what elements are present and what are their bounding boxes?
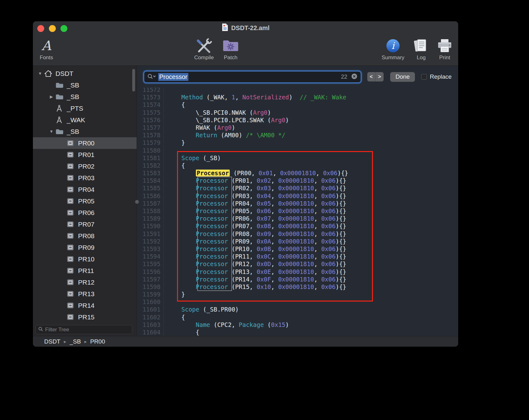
code-line[interactable]: 11596 Processor (PR13, 0x0E, 0x00001810,…	[137, 268, 458, 276]
disclosure-triangle[interactable]: ▼	[36, 71, 44, 76]
line-number: 11599	[137, 291, 164, 298]
clear-search-icon[interactable]	[351, 73, 358, 81]
sidebar-item-pr13[interactable]: PR13	[33, 288, 137, 300]
line-number: 11593	[137, 245, 164, 253]
code-line[interactable]: 11587 Processor (PR04, 0x05, 0x00001810,…	[137, 200, 458, 207]
line-number: 11573	[137, 93, 164, 101]
code-line[interactable]: 11591 Processor (PR08, 0x09, 0x00001810,…	[137, 230, 458, 238]
breadcrumb-item-dsdt[interactable]: DSDT	[44, 338, 60, 345]
sidebar-item-label: _SB	[67, 81, 79, 89]
code-line[interactable]: 11597 Processor (PR14, 0x0F, 0x00001810,…	[137, 276, 458, 283]
code-line[interactable]: 11601 Scope (_SB.PR00)	[137, 306, 458, 313]
sidebar-item-pr11[interactable]: PR11	[33, 265, 137, 276]
sidebar-item-label: _SB	[67, 128, 79, 135]
code-line[interactable]: 11575 \_SB.PCI0.NWAK (Arg0)	[137, 109, 458, 116]
code-line[interactable]: 11598 Processor (PR15, 0x10, 0x00001810,…	[137, 283, 458, 291]
line-number: 11590	[137, 222, 164, 230]
sidebar-item-pr05[interactable]: PR05	[33, 195, 137, 207]
code-line[interactable]: 11584 Processor (PR01, 0x02, 0x00001810,…	[137, 177, 458, 184]
sidebar-item-pr02[interactable]: PR02	[33, 160, 137, 172]
sidebar-item-pr08[interactable]: PR08	[33, 230, 137, 242]
search-input[interactable]: Processor	[158, 73, 188, 81]
sidebar-item-pr15[interactable]: PR15	[33, 311, 137, 323]
code-line[interactable]: 11589 Processor (PR06, 0x07, 0x00001810,…	[137, 215, 458, 222]
filter-search-icon	[38, 327, 43, 333]
line-number: 11602	[137, 313, 164, 321]
code-line[interactable]: 11593 Processor (PR10, 0x0B, 0x00001810,…	[137, 245, 458, 253]
minimize-window-button[interactable]	[49, 25, 56, 32]
sidebar-item-pts[interactable]: _PTS	[33, 102, 137, 114]
filter-tree-input[interactable]	[45, 327, 129, 333]
sidebar-item-label: PR01	[78, 151, 95, 159]
code-line[interactable]: 11582 {	[137, 162, 458, 169]
sidebar-item-pr06[interactable]: PR06	[33, 207, 137, 218]
done-button[interactable]: Done	[390, 72, 415, 82]
code-line[interactable]: 11585 Processor (PR02, 0x03, 0x00001810,…	[137, 184, 458, 192]
sidebar-item-pr10[interactable]: PR10	[33, 253, 137, 265]
sidebar-item-sb[interactable]: _SB	[33, 79, 137, 91]
code-line[interactable]: 11586 Processor (PR03, 0x04, 0x00001810,…	[137, 192, 458, 200]
fonts-button[interactable]: A Fonts	[33, 37, 61, 61]
sidebar-tree: ▼DSDT_SB▶_SB_PTS_WAK▼_SBPR00PR01PR02PR03…	[33, 66, 137, 323]
replace-checkbox[interactable]	[421, 74, 427, 80]
sidebar-item-sb[interactable]: ▼_SB	[33, 126, 137, 137]
code-line[interactable]: 11572	[137, 88, 458, 93]
code-line[interactable]: 11600	[137, 298, 458, 306]
find-next-button[interactable]: >	[375, 72, 384, 81]
sidebar-item-pr01[interactable]: PR01	[33, 149, 137, 160]
code-line[interactable]: 11577 RWAK (Arg0)	[137, 124, 458, 131]
sidebar-scrollbar[interactable]	[132, 69, 135, 92]
filter-tree-field[interactable]	[35, 325, 132, 334]
patch-button[interactable]: Patch	[216, 37, 246, 61]
disclosure-triangle[interactable]: ▶	[47, 94, 55, 99]
breadcrumb-item-pr00[interactable]: PR00	[90, 338, 105, 345]
zoom-window-button[interactable]	[60, 25, 67, 32]
compile-button[interactable]: Compile	[189, 37, 219, 61]
sidebar-item-pr09[interactable]: PR09	[33, 242, 137, 253]
print-button[interactable]: Print	[430, 37, 458, 61]
code-line[interactable]: 11578 Return (AM00) /* \AM00 */	[137, 131, 458, 139]
sidebar-item-pr14[interactable]: PR14	[33, 300, 137, 311]
code-line[interactable]: 11583 Processor (PR00, 0x01, 0x00001810,…	[137, 169, 458, 177]
code-line[interactable]: 11588 Processor (PR05, 0x06, 0x00001810,…	[137, 207, 458, 215]
code-line[interactable]: 11595 Processor (PR12, 0x0D, 0x00001810,…	[137, 260, 458, 268]
sidebar-item-pr12[interactable]: PR12	[33, 276, 137, 288]
sidebar-item-wak[interactable]: _WAK	[33, 114, 137, 126]
code-line[interactable]: 11573 Method (_WAK, 1, NotSerialized) //…	[137, 93, 458, 101]
sidebar-item-sb[interactable]: ▶_SB	[33, 91, 137, 102]
splitter-handle[interactable]	[135, 200, 139, 204]
search-field[interactable]: Processor 22	[144, 71, 361, 83]
sidebar-item-pr03[interactable]: PR03	[33, 172, 137, 184]
sidebar-item-dsdt[interactable]: ▼DSDT	[33, 68, 137, 79]
summary-button[interactable]: i Summary	[378, 37, 408, 61]
code-line[interactable]: 11576 \_SB.PCI0.LPCB.SWAK (Arg0)	[137, 116, 458, 124]
code-editor[interactable]: 1157211573 Method (_WAK, 1, NotSerialize…	[137, 88, 458, 336]
code-line[interactable]: 11602 {	[137, 313, 458, 321]
code-line-text: Processor (PR13, 0x0E, 0x00001810, 0x06)…	[164, 268, 346, 276]
code-line[interactable]: 11594 Processor (PR11, 0x0C, 0x00001810,…	[137, 253, 458, 260]
code-line[interactable]: 11603 Name (CPC2, Package (0x15)	[137, 321, 458, 328]
sidebar-item-pr04[interactable]: PR04	[33, 184, 137, 195]
code-line[interactable]: 11590 Processor (PR07, 0x08, 0x00001810,…	[137, 222, 458, 230]
print-label: Print	[439, 55, 450, 61]
line-number: 11581	[137, 154, 164, 162]
code-line[interactable]: 11581 Scope (_SB)	[137, 154, 458, 162]
code-line[interactable]: 11579 }	[137, 139, 458, 146]
processor-icon	[67, 314, 78, 320]
line-number: 11579	[137, 139, 164, 146]
sidebar-item-pr00[interactable]: PR00	[33, 137, 137, 149]
find-previous-button[interactable]: <	[367, 72, 375, 81]
line-number: 11601	[137, 306, 164, 313]
breadcrumb-item-sb[interactable]: _SB	[70, 338, 81, 345]
code-line[interactable]: 11592 Processor (PR09, 0x0A, 0x00001810,…	[137, 238, 458, 245]
close-window-button[interactable]	[37, 25, 44, 32]
sidebar-item-pr07[interactable]: PR07	[33, 218, 137, 230]
line-number: 11585	[137, 184, 164, 192]
code-line[interactable]: 11599 }	[137, 291, 458, 298]
disclosure-triangle[interactable]: ▼	[47, 129, 55, 134]
code-line[interactable]: 11604 {	[137, 328, 458, 336]
title-bar[interactable]: DSDT-22.aml	[33, 21, 458, 34]
code-line[interactable]: 11580	[137, 147, 458, 154]
code-line[interactable]: 11574 {	[137, 101, 458, 108]
line-number: 11576	[137, 116, 164, 124]
